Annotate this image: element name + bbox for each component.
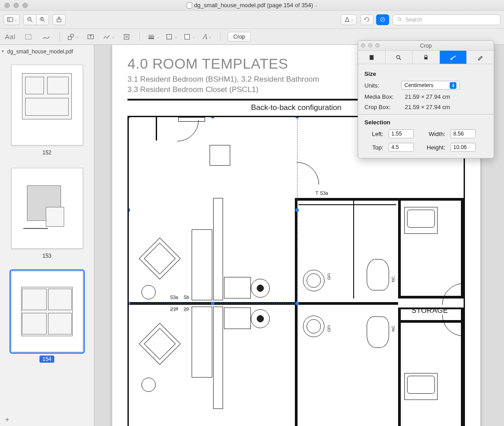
thumbnail-item[interactable]: 154 — [0, 271, 94, 363]
thumbnail-sidebar[interactable]: dg_small_house_model.pdf 152 1 — [0, 45, 94, 426]
svg-rect-0 — [8, 18, 13, 22]
media-box-label: Media Box: — [364, 93, 400, 100]
plan-note: NC — [391, 326, 395, 332]
text-selection-tool[interactable]: AaI — [4, 31, 16, 42]
crop-box-label: Crop Box: — [364, 104, 400, 110]
svg-line-31 — [399, 58, 401, 60]
svg-point-30 — [397, 55, 400, 58]
crop-inspector-panel[interactable]: Crop Size Units: Centimeters ▴▾ Media Bo… — [358, 40, 494, 158]
svg-rect-32 — [424, 57, 427, 59]
select-stepper-icon: ▴▾ — [450, 82, 456, 89]
units-value: Centimeters — [404, 82, 434, 88]
size-section-header: Size — [364, 70, 487, 77]
plan-note: S3a — [170, 307, 178, 312]
crop-button[interactable]: Crop — [228, 32, 251, 42]
svg-line-14 — [400, 20, 402, 22]
plan-note: Sb — [184, 307, 189, 312]
window-title[interactable]: dg_small_house_model.pdf (page 154 of 35… — [0, 2, 504, 9]
height-label: Height: — [419, 144, 445, 151]
svg-rect-27 — [167, 34, 172, 39]
sidebar-toggle-button[interactable]: ⌵ — [4, 14, 20, 25]
crop-box-value: 21.59 × 27.94 cm — [405, 104, 450, 110]
border-style-tool[interactable] — [147, 31, 159, 42]
zoom-in-button[interactable] — [36, 14, 49, 25]
top-label: Top: — [364, 144, 383, 151]
rotate-button[interactable] — [360, 14, 373, 25]
shapes-tool[interactable] — [67, 31, 79, 42]
height-input[interactable]: 10.06 — [451, 143, 476, 152]
svg-point-17 — [70, 34, 74, 37]
title-dropdown-icon[interactable]: ⌵ — [315, 3, 317, 8]
font-tool[interactable]: A — [201, 31, 213, 42]
search-icon — [397, 17, 403, 22]
rectangular-selection-tool[interactable] — [22, 31, 34, 42]
window-title-text: dg_small_house_model.pdf (page 154 of 35… — [194, 2, 313, 9]
sidebar-filename[interactable]: dg_small_house_model.pdf — [0, 48, 94, 58]
share-button[interactable] — [53, 14, 66, 25]
page-thumbnail[interactable] — [11, 271, 83, 352]
svg-rect-29 — [369, 55, 373, 60]
left-label: Left: — [364, 131, 383, 137]
page-thumbnail[interactable] — [11, 168, 83, 249]
inspector-title: Crop — [420, 43, 432, 49]
svg-rect-15 — [26, 34, 31, 39]
document-icon — [187, 2, 192, 9]
chevron-down-icon: ⌵ — [351, 18, 354, 22]
sign-tool[interactable] — [103, 31, 114, 42]
svg-rect-21 — [124, 34, 129, 39]
units-select[interactable]: Centimeters ▴▾ — [401, 81, 460, 90]
plan-note: NC — [391, 277, 395, 282]
note-tool[interactable] — [121, 31, 132, 42]
svg-line-3 — [31, 20, 32, 22]
top-input[interactable]: 4.5 — [389, 143, 414, 152]
svg-rect-33 — [450, 58, 452, 60]
plan-note: GFI — [327, 325, 331, 332]
inspector-tabs — [358, 51, 494, 64]
zoom-out-button[interactable] — [23, 14, 36, 25]
inspector-tab-lock[interactable] — [412, 51, 440, 64]
width-label: Width: — [419, 131, 445, 137]
inspector-tab-page[interactable] — [358, 51, 386, 64]
chevron-down-icon: ⌵ — [14, 18, 17, 22]
text-tool[interactable] — [85, 31, 96, 42]
svg-point-13 — [398, 18, 401, 21]
inspector-traffic-lights[interactable] — [361, 43, 380, 48]
page-thumbnail[interactable] — [11, 65, 83, 145]
storage-label: STORAGE — [412, 307, 448, 315]
svg-rect-28 — [185, 34, 190, 39]
crop-selection[interactable] — [128, 116, 298, 304]
plan-note: GFI — [327, 273, 331, 280]
thumbnail-item[interactable]: 152 — [0, 65, 94, 156]
add-page-button[interactable]: + — [3, 415, 12, 424]
svg-line-6 — [43, 20, 44, 22]
redact-tool[interactable] — [40, 31, 52, 42]
inspector-tab-magnifier[interactable] — [386, 51, 413, 64]
search-placeholder: Search — [405, 17, 422, 23]
thumbnail-item[interactable]: 153 — [0, 168, 94, 259]
width-input[interactable]: 8.56 — [451, 129, 476, 138]
thumbnail-page-number: 154 — [39, 356, 54, 363]
border-color-tool[interactable] — [165, 31, 177, 42]
inspector-tab-pencil[interactable] — [467, 51, 494, 64]
window-titlebar: dg_small_house_model.pdf (page 154 of 35… — [0, 0, 504, 11]
inspector-titlebar[interactable]: Crop — [358, 41, 494, 51]
thumbnail-page-number: 152 — [39, 149, 54, 156]
plan-note: S3a — [320, 191, 328, 196]
floor-plan: STORAGE T S3a GFI NC GFI NC S3a Sb S3a S… — [127, 116, 465, 426]
search-input[interactable]: Search — [393, 14, 500, 25]
units-label: Units: — [364, 82, 397, 89]
markup-toggle-button[interactable] — [376, 14, 389, 25]
inspector-tab-crop[interactable] — [440, 51, 467, 64]
plan-note: T — [316, 191, 318, 196]
thumbnail-page-number: 153 — [39, 252, 54, 259]
fill-color-tool[interactable] — [183, 31, 195, 42]
media-box-value: 21.59 × 27.94 cm — [405, 93, 450, 100]
left-input[interactable]: 1.55 — [389, 129, 414, 138]
highlight-button[interactable]: ⌵ — [341, 14, 357, 25]
main-toolbar: ⌵ ⌵ Search — [0, 11, 504, 29]
selection-section-header: Selection — [364, 119, 487, 126]
